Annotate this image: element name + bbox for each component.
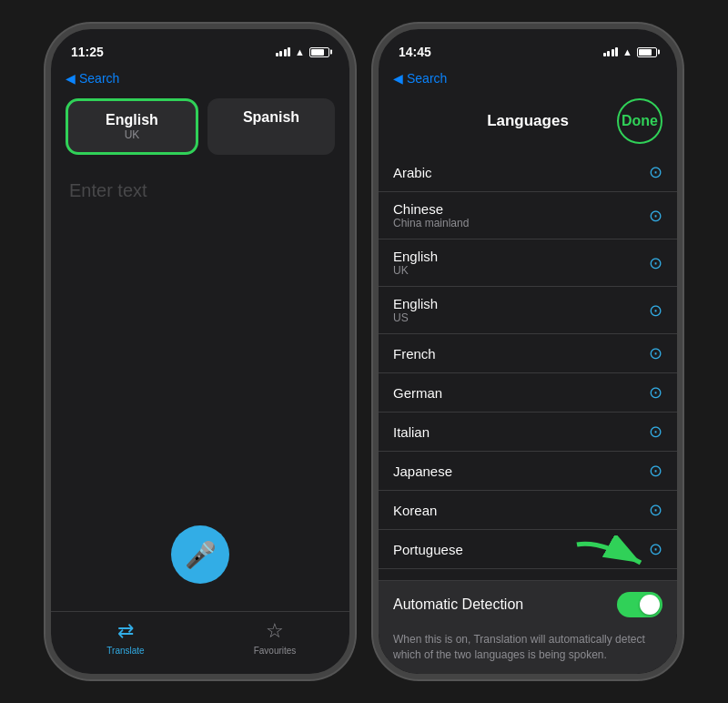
auto-detect-label: Automatic Detection bbox=[393, 596, 523, 613]
done-label: Done bbox=[622, 113, 658, 129]
language-tabs: English UK Spanish bbox=[51, 91, 349, 162]
language-list: Arabic ⊙ Chinese China mainland ⊙ Englis… bbox=[379, 153, 677, 580]
bottom-tabs: ⇄ Translate ☆ Favourites bbox=[51, 611, 349, 674]
languages-title: Languages bbox=[439, 112, 617, 130]
back-nav-1[interactable]: ◀ Search bbox=[51, 69, 349, 91]
list-item[interactable]: Portuguese ⊙ bbox=[379, 530, 677, 569]
status-bar-1: 11:25 ▲ bbox=[51, 29, 349, 69]
tab-english[interactable]: English UK bbox=[66, 98, 198, 155]
lang-row-german: German bbox=[393, 385, 442, 401]
auto-detect-toggle[interactable] bbox=[617, 592, 662, 617]
lang-row-english-uk: English UK bbox=[393, 249, 438, 277]
download-icon-german[interactable]: ⊙ bbox=[649, 382, 662, 402]
auto-detect-section: Automatic Detection When this is on, Tra… bbox=[379, 580, 677, 674]
status-time-2: 14:45 bbox=[399, 45, 431, 59]
phone-1: 11:25 ▲ ◀ Search bbox=[46, 24, 355, 679]
favourites-label: Favourites bbox=[254, 646, 297, 656]
lang-row-english-us: English US bbox=[393, 296, 438, 324]
tab-spanish-name: Spanish bbox=[222, 109, 320, 126]
list-item[interactable]: German ⊙ bbox=[379, 373, 677, 413]
battery-icon-2 bbox=[637, 47, 657, 57]
back-nav-2[interactable]: ◀ Search bbox=[379, 69, 677, 91]
wifi-icon-2: ▲ bbox=[622, 46, 632, 57]
auto-detect-description: When this is on, Translation will automa… bbox=[379, 628, 677, 674]
lang-row-japanese: Japanese bbox=[393, 464, 452, 479]
lang-row-portuguese: Portuguese bbox=[393, 542, 463, 557]
signal-icon bbox=[276, 47, 291, 56]
tab-translate[interactable]: ⇄ Translate bbox=[51, 619, 200, 656]
list-item[interactable]: Korean ⊙ bbox=[379, 491, 677, 530]
text-input-area[interactable]: Enter text bbox=[51, 162, 349, 498]
wifi-icon: ▲ bbox=[295, 46, 305, 57]
download-icon-english-uk[interactable]: ⊙ bbox=[649, 253, 662, 273]
done-button[interactable]: Done bbox=[617, 98, 662, 144]
languages-header: Languages Done bbox=[379, 91, 677, 153]
download-icon-arabic[interactable]: ⊙ bbox=[649, 162, 662, 182]
download-icon-italian[interactable]: ⊙ bbox=[649, 422, 662, 442]
list-item[interactable]: English US ⊙ bbox=[379, 287, 677, 334]
download-icon-chinese[interactable]: ⊙ bbox=[649, 206, 662, 226]
lang-row-chinese: Chinese China mainland bbox=[393, 201, 469, 229]
back-arrow-icon: ◀ bbox=[66, 71, 76, 86]
battery-icon bbox=[309, 47, 329, 57]
list-item[interactable]: Russian ⊙ bbox=[379, 569, 677, 580]
lang-row-korean: Korean bbox=[393, 503, 437, 518]
auto-detect-row: Automatic Detection bbox=[379, 581, 677, 628]
status-icons-1: ▲ bbox=[276, 46, 329, 57]
placeholder-text: Enter text bbox=[69, 180, 147, 200]
mic-area: 🎤 bbox=[51, 498, 349, 611]
lang-row-italian: Italian bbox=[393, 424, 430, 440]
download-icon-french[interactable]: ⊙ bbox=[649, 343, 662, 363]
download-icon-portuguese[interactable]: ⊙ bbox=[649, 539, 662, 559]
back-arrow-icon-2: ◀ bbox=[393, 71, 403, 86]
lang-row-arabic: Arabic bbox=[393, 165, 432, 180]
list-item[interactable]: English UK ⊙ bbox=[379, 239, 677, 287]
download-icon-english-us[interactable]: ⊙ bbox=[649, 301, 662, 321]
back-text-1: Search bbox=[79, 71, 119, 86]
favourites-icon: ☆ bbox=[266, 619, 284, 643]
tab-english-name: English bbox=[83, 112, 181, 128]
list-item[interactable]: French ⊙ bbox=[379, 334, 677, 373]
download-icon-japanese[interactable]: ⊙ bbox=[649, 461, 662, 481]
phone-2: 14:45 ▲ ◀ Search bbox=[373, 24, 682, 679]
lang-row-french: French bbox=[393, 346, 436, 362]
mic-button[interactable]: 🎤 bbox=[171, 525, 229, 584]
status-time-1: 11:25 bbox=[71, 45, 104, 59]
status-bar-2: 14:45 ▲ bbox=[379, 29, 677, 69]
translate-label: Translate bbox=[106, 646, 144, 656]
status-icons-2: ▲ bbox=[603, 46, 657, 57]
back-text-2: Search bbox=[407, 71, 447, 86]
microphone-icon: 🎤 bbox=[185, 540, 217, 570]
signal-icon-2 bbox=[603, 47, 619, 56]
tab-favourites[interactable]: ☆ Favourites bbox=[200, 619, 349, 656]
tab-english-sub: UK bbox=[83, 128, 181, 141]
list-item[interactable]: Chinese China mainland ⊙ bbox=[379, 192, 677, 239]
list-item[interactable]: Japanese ⊙ bbox=[379, 452, 677, 491]
list-item[interactable]: Italian ⊙ bbox=[379, 413, 677, 452]
list-item[interactable]: Arabic ⊙ bbox=[379, 153, 677, 192]
translate-icon: ⇄ bbox=[117, 619, 134, 643]
tab-spanish[interactable]: Spanish bbox=[207, 98, 335, 155]
download-icon-korean[interactable]: ⊙ bbox=[649, 500, 662, 520]
